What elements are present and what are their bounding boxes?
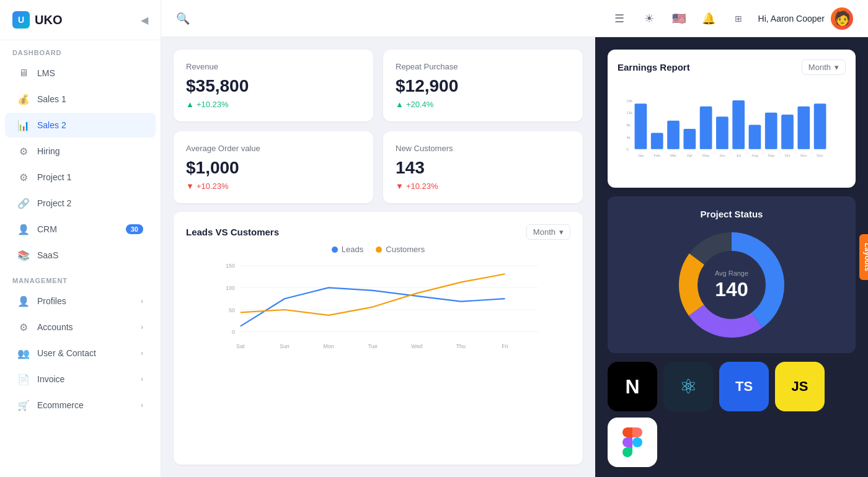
sidebar-item-invoice[interactable]: 📄 Invoice › — [5, 367, 156, 392]
hiring-icon: ⚙ — [17, 145, 30, 157]
figma-icon[interactable] — [608, 418, 657, 467]
user-contact-icon: 👥 — [17, 347, 30, 359]
sidebar-item-hiring[interactable]: ⚙ Hiring — [5, 139, 156, 164]
sales1-icon: 💰 — [17, 93, 30, 105]
logo-icon: U — [12, 11, 30, 28]
header: 🔍 ☰ ☀ 🇺🇸 🔔 ⊞ Hi, Aaron Cooper 🧑 — [161, 0, 868, 37]
dashboard-section-label: DASHBOARD — [0, 40, 161, 60]
svg-rect-26 — [732, 100, 745, 149]
sidebar-logo: U UKO ◀ — [0, 0, 161, 40]
tech-icons-row: N ⚛ TS JS — [608, 362, 856, 467]
sidebar-item-profiles[interactable]: 👤 Profiles › — [5, 289, 156, 313]
svg-text:0: 0 — [626, 147, 629, 151]
svg-text:Sun: Sun — [280, 343, 290, 349]
svg-text:Aug: Aug — [751, 154, 758, 157]
notification-icon[interactable]: 🔔 — [699, 9, 719, 28]
svg-rect-24 — [700, 107, 712, 149]
svg-text:Feb: Feb — [654, 154, 661, 157]
svg-text:15k: 15k — [626, 99, 632, 103]
user-avatar: 🧑 — [831, 7, 853, 30]
accounts-icon: ⚙ — [17, 321, 30, 333]
repeat-value: $12,900 — [396, 76, 570, 96]
management-section-label: MANAGEMENT — [0, 268, 161, 288]
sidebar-item-crm[interactable]: 👤 CRM 30 — [5, 217, 156, 242]
profiles-chevron-icon: › — [141, 297, 143, 305]
dark-section: Earnings Report Month ▾ 15k 11k 8k 4k 0 — [595, 37, 868, 477]
leads-period-dropdown[interactable]: Month ▾ — [526, 224, 570, 240]
svg-rect-27 — [749, 125, 761, 149]
leads-line-chart: 150 100 50 0 Sat Sun Mon Tue Wed Thu Fri — [186, 260, 570, 359]
svg-text:Apr: Apr — [687, 154, 693, 157]
repeat-change: ▲ +20.4% — [396, 100, 570, 109]
customers-legend-dot — [376, 247, 382, 253]
sidebar-collapse-button[interactable]: ◀ — [141, 14, 148, 26]
earnings-card: Earnings Report Month ▾ 15k 11k 8k 4k 0 — [608, 50, 856, 188]
saas-icon: 📚 — [17, 249, 30, 261]
stat-revenue: Revenue $35,800 ▲ +10.23% — [174, 50, 373, 121]
invoice-chevron-icon: › — [141, 375, 143, 383]
svg-rect-22 — [667, 121, 680, 149]
sidebar-item-sales2[interactable]: 📊 Sales 2 — [5, 113, 156, 138]
avg-change: ▼ +10.23% — [186, 182, 361, 191]
avg-value: $1,000 — [186, 158, 361, 178]
sidebar-item-lms[interactable]: 🖥 LMS — [5, 61, 156, 85]
menu-icon[interactable]: ☰ — [609, 9, 629, 28]
repeat-label: Repeat Purchase — [396, 62, 570, 71]
sales2-icon: 📊 — [17, 119, 30, 131]
earnings-title: Earnings Report — [618, 62, 690, 72]
stat-cards: Revenue $35,800 ▲ +10.23% Repeat Purchas… — [174, 50, 583, 203]
svg-rect-21 — [651, 133, 663, 149]
ecommerce-icon: 🛒 — [17, 399, 30, 411]
sidebar-item-project2[interactable]: 🔗 Project 2 — [5, 191, 156, 216]
customers-legend-label: Customers — [386, 245, 425, 254]
customers-change: ▼ +10.23% — [396, 182, 570, 191]
nextjs-icon[interactable]: N — [608, 362, 657, 411]
sidebar-item-sales1[interactable]: 💰 Sales 1 — [5, 87, 156, 112]
javascript-icon[interactable]: JS — [775, 362, 825, 411]
grid-icon[interactable]: ⊞ — [728, 9, 748, 28]
search-area[interactable]: 🔍 — [176, 12, 190, 25]
sidebar: U UKO ◀ DASHBOARD 🖥 LMS 💰 Sales 1 📊 Sale… — [0, 0, 161, 477]
accounts-chevron-icon: › — [141, 323, 143, 331]
svg-text:Mon: Mon — [323, 343, 334, 349]
revenue-value: $35,800 — [186, 76, 361, 96]
sidebar-item-accounts[interactable]: ⚙ Accounts › — [5, 315, 156, 339]
svg-text:Nov: Nov — [800, 154, 807, 157]
sidebar-item-user-contact[interactable]: 👥 User & Contact › — [5, 341, 156, 365]
earnings-period-dropdown[interactable]: Month ▾ — [802, 59, 846, 75]
svg-rect-20 — [635, 103, 647, 149]
theme-toggle-icon[interactable]: ☀ — [639, 9, 659, 28]
ecommerce-chevron-icon: › — [141, 401, 143, 409]
project1-icon: ⚙ — [17, 171, 30, 183]
flag-icon[interactable]: 🇺🇸 — [669, 9, 689, 28]
svg-text:Sep: Sep — [768, 154, 774, 157]
sidebar-item-ecommerce[interactable]: 🛒 Ecommerce › — [5, 393, 156, 418]
chevron-down-icon: ▾ — [559, 227, 564, 237]
svg-text:50: 50 — [229, 307, 235, 313]
invoice-icon: 📄 — [17, 373, 30, 385]
layouts-tab[interactable]: Layouts — [859, 234, 868, 280]
sidebar-item-project1[interactable]: ⚙ Project 1 — [5, 165, 156, 190]
typescript-icon[interactable]: TS — [719, 362, 769, 411]
revenue-change: ▲ +10.23% — [186, 100, 361, 109]
project2-icon: 🔗 — [17, 197, 30, 209]
svg-text:May: May — [702, 154, 709, 157]
svg-text:Tue: Tue — [368, 343, 378, 349]
svg-text:Oct: Oct — [784, 154, 790, 157]
svg-text:Thu: Thu — [456, 343, 466, 349]
lms-icon: 🖥 — [17, 67, 30, 79]
svg-rect-25 — [716, 116, 728, 149]
revenue-label: Revenue — [186, 62, 361, 71]
crm-badge: 30 — [126, 224, 143, 234]
leads-chart-title: Leads VS Customers — [186, 227, 279, 237]
user-greeting: Hi, Aaron Cooper — [758, 14, 825, 24]
user-menu[interactable]: Hi, Aaron Cooper 🧑 — [758, 7, 853, 30]
earnings-bar-chart: 15k 11k 8k 4k 0 — [618, 82, 846, 175]
react-icon[interactable]: ⚛ — [663, 362, 713, 411]
svg-rect-23 — [683, 129, 696, 149]
leads-legend-label: Leads — [342, 245, 363, 254]
stat-avg-order: Average Order value $1,000 ▼ +10.23% — [174, 131, 373, 203]
project-status-title: Project Status — [701, 209, 763, 219]
down-arrow-icon: ▼ — [186, 182, 194, 191]
sidebar-item-saas[interactable]: 📚 SaaS — [5, 243, 156, 268]
